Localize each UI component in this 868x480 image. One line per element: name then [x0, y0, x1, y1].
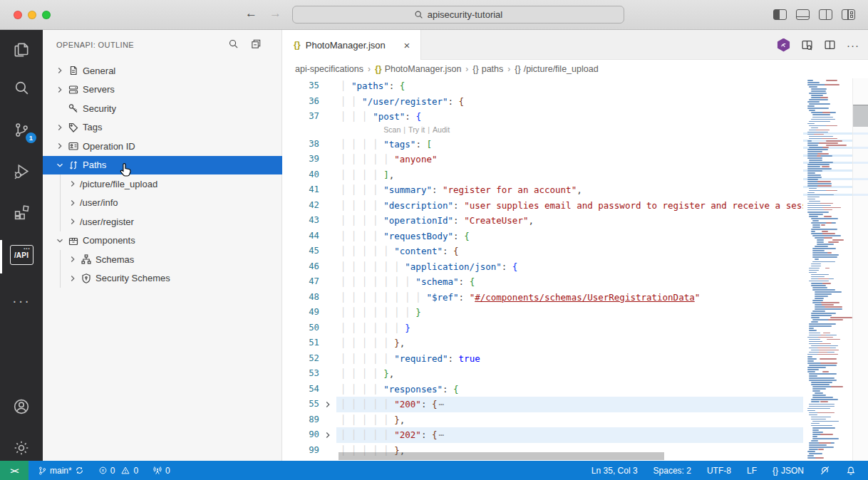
code-editor[interactable]: 35│ "paths": {36│ │ "/user/register": {3… — [282, 78, 868, 461]
activity-item-run-debug[interactable] — [0, 154, 43, 188]
code-line-42[interactable]: 42│ │ │ │ "description": "user supplies … — [282, 198, 803, 214]
fold-chevron-icon[interactable] — [319, 397, 336, 412]
tree-item-general[interactable]: General — [43, 61, 282, 80]
chevron-right-icon[interactable] — [67, 179, 78, 189]
minimap[interactable] — [803, 78, 852, 461]
vertical-scrollbar-thumb[interactable] — [853, 105, 868, 127]
code-line-52[interactable]: 52│ │ │ │ │ "required": true — [282, 351, 803, 367]
tree-item--picture-file-upload[interactable]: /picture/file_upload — [43, 174, 282, 194]
fold-gutter — [319, 167, 336, 183]
more-actions-icon[interactable]: ··· — [847, 39, 859, 51]
chevron-right-icon[interactable] — [54, 141, 66, 151]
tree-item-security-schemes[interactable]: Security Schemes — [43, 269, 282, 288]
eol-sequence[interactable]: LF — [742, 461, 762, 480]
activity-item-source-control[interactable]: 1 — [0, 113, 43, 147]
code-line-44[interactable]: 44│ │ │ │ "requestBody": { — [282, 229, 803, 244]
chevron-right-icon[interactable] — [67, 198, 78, 208]
close-icon[interactable]: × — [401, 38, 413, 51]
customize-layout-icon[interactable] — [842, 9, 855, 20]
code-line-39[interactable]: 39│ │ │ │ │ "anyone" — [282, 152, 803, 167]
codelens-scan[interactable]: Scan — [383, 125, 401, 134]
activity-item-settings[interactable] — [0, 431, 43, 465]
split-editor-icon[interactable] — [824, 39, 836, 51]
code-line-46[interactable]: 46│ │ │ │ │ │ "application/json": { — [282, 259, 803, 275]
toggle-primary-sidebar-icon[interactable] — [773, 9, 787, 20]
code-line-50[interactable]: 50│ │ │ │ │ │ } — [282, 320, 803, 336]
code-line-40[interactable]: 40│ │ │ │ ], — [282, 167, 803, 183]
code-line-35[interactable]: 35│ "paths": { — [282, 78, 803, 94]
codelens-audit[interactable]: Audit — [433, 125, 450, 134]
code-line-47[interactable]: 47│ │ │ │ │ │ │ "schema": { — [282, 274, 803, 290]
tree-item-operation-id[interactable]: Operation ID — [43, 137, 282, 156]
minimap-line — [811, 315, 832, 316]
code-line-51[interactable]: 51│ │ │ │ │ }, — [282, 335, 803, 351]
remote-indicator[interactable]: >< — [0, 461, 29, 480]
code-line-53[interactable]: 53│ │ │ │ }, — [282, 366, 803, 382]
toggle-panel-icon[interactable] — [796, 9, 810, 20]
language-mode[interactable]: {} JSON — [768, 461, 809, 480]
search-icon[interactable] — [228, 38, 239, 49]
chevron-right-icon[interactable] — [54, 85, 66, 95]
tree-item-components[interactable]: Components — [43, 231, 282, 251]
chevron-down-icon[interactable] — [54, 236, 66, 246]
code-line-37[interactable]: 37│ │ │ "post": { — [282, 109, 803, 125]
breadcrumb-item[interactable]: api-specifications — [295, 64, 363, 74]
tree-item-paths[interactable]: Paths — [43, 156, 282, 175]
code-line-48[interactable]: 48│ │ │ │ │ │ │ │ "$ref": "#/components/… — [282, 290, 803, 306]
ports-status[interactable]: 0 — [148, 461, 175, 480]
code-line-89[interactable]: 89│ │ │ │ │ }, — [282, 412, 803, 428]
activity-item-extensions[interactable] — [0, 195, 43, 229]
tree-item--user-info[interactable]: /user/info — [43, 194, 282, 213]
code-line-41[interactable]: 41│ │ │ │ "summary": "register for an ac… — [282, 182, 803, 198]
traffic-light-close[interactable] — [14, 11, 22, 19]
activity-item-explorer[interactable] — [0, 33, 43, 67]
command-center-search[interactable]: apisecurity-tutorial — [292, 6, 624, 24]
collapse-all-icon[interactable] — [251, 38, 262, 49]
chevron-right-icon[interactable] — [67, 273, 78, 283]
activity-item-accounts[interactable] — [0, 390, 43, 424]
indentation[interactable]: Spaces: 2 — [649, 461, 696, 480]
minimap-line — [809, 86, 817, 88]
cursor-position[interactable]: Ln 35, Col 3 — [587, 461, 643, 480]
open-preview-icon[interactable] — [801, 39, 813, 51]
toggle-secondary-sidebar-icon[interactable] — [819, 9, 832, 20]
activity-item-search[interactable] — [0, 71, 43, 105]
code-line-38[interactable]: 38│ │ │ │ "tags": [ — [282, 137, 803, 152]
42crunch-icon[interactable] — [777, 38, 790, 52]
chevron-right-icon[interactable] — [67, 254, 78, 264]
fold-chevron-icon[interactable] — [319, 427, 336, 443]
chevron-right-icon[interactable] — [54, 66, 66, 75]
code-line-54[interactable]: 54│ │ │ │ "responses": { — [282, 382, 803, 397]
tree-item--user-register[interactable]: /user/register — [43, 212, 282, 231]
breadcrumb-item[interactable]: {}paths — [472, 64, 503, 74]
broadcast-off-icon[interactable] — [815, 461, 835, 480]
code-line-55[interactable]: 55│ │ │ │ │ "200": {⋯ — [282, 397, 803, 412]
code-line-36[interactable]: 36│ │ "/user/register": { — [282, 94, 803, 110]
chevron-right-icon[interactable] — [54, 122, 66, 132]
git-branch-status[interactable]: main* — [33, 461, 89, 480]
problems-status[interactable]: 0 0 — [93, 461, 143, 480]
code-line-49[interactable]: 49│ │ │ │ │ │ │ } — [282, 305, 803, 320]
code-line-45[interactable]: 45│ │ │ │ │ "content": { — [282, 244, 803, 259]
activity-item-openapi[interactable]: •••/API — [0, 238, 43, 272]
tree-item-security[interactable]: Security — [43, 99, 282, 118]
tree-item-tags[interactable]: Tags — [43, 118, 282, 137]
breadcrumb-item[interactable]: {}PhotoManager.json — [375, 64, 461, 74]
chevron-down-icon[interactable] — [54, 160, 66, 170]
tree-item-servers[interactable]: Servers — [43, 80, 282, 100]
tab-photomanager-json[interactable]: {} PhotoManager.json × — [282, 30, 421, 60]
activity-item-more[interactable]: ··· — [0, 283, 43, 318]
traffic-light-minimize[interactable] — [28, 11, 36, 19]
code-line-90[interactable]: 90│ │ │ │ │ "202": {⋯ — [282, 427, 803, 443]
horizontal-scrollbar-thumb[interactable] — [339, 452, 664, 460]
vertical-scrollbar[interactable] — [852, 78, 868, 461]
nav-back-icon[interactable]: ← — [245, 6, 257, 21]
traffic-light-zoom[interactable] — [42, 11, 51, 19]
notifications-bell-icon[interactable] — [841, 461, 861, 480]
codelens-try-it[interactable]: Try it — [408, 125, 425, 134]
breadcrumb-item[interactable]: {}/picture/file_upload — [515, 64, 598, 74]
tree-item-schemas[interactable]: Schemas — [43, 250, 282, 269]
chevron-right-icon[interactable] — [67, 216, 78, 226]
code-line-43[interactable]: 43│ │ │ │ "operationId": "CreateUser", — [282, 213, 803, 229]
encoding[interactable]: UTF-8 — [702, 461, 736, 480]
